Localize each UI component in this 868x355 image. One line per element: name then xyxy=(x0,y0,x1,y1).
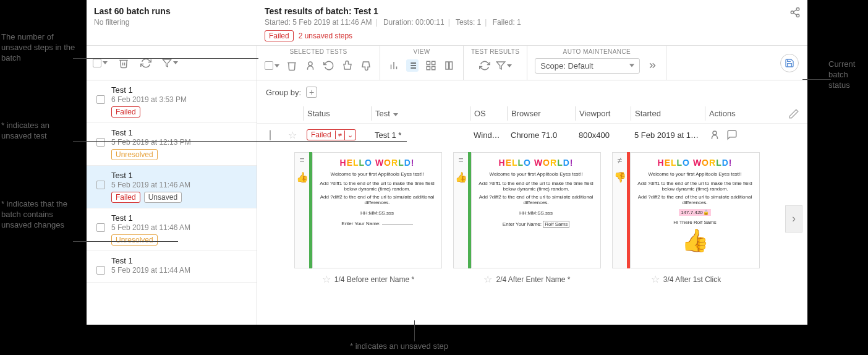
svg-rect-17 xyxy=(432,61,435,64)
step-thumbnails: =👍HELLO WORLD!Welcome to your first Appl… xyxy=(257,146,807,291)
col-actions: Actions xyxy=(705,106,760,121)
status-badge: Failed xyxy=(265,30,294,41)
batch-date: 6 Feb 2019 at 3:53 PM xyxy=(111,95,249,104)
col-started[interactable]: Started xyxy=(631,106,705,121)
row-os: Wind… xyxy=(470,130,507,140)
grid-view-icon[interactable] xyxy=(425,59,437,72)
row-viewport: 800x400 xyxy=(575,130,631,140)
batch-date: 5 Feb 2019 at 12:13 PM xyxy=(111,138,249,147)
svg-point-23 xyxy=(713,131,717,135)
svg-point-0 xyxy=(796,8,799,11)
assign-icon[interactable] xyxy=(304,59,317,72)
details-header: Test results of batch: Test 1 Started: 5… xyxy=(257,0,807,45)
star-icon[interactable]: ☆ xyxy=(651,273,660,285)
test-row[interactable]: ☆ Failed ≠ ⌄ Test 1 * Wind… Chrome 71.0 … xyxy=(257,124,807,146)
filter-icon[interactable] xyxy=(162,58,178,68)
step-thumbnail[interactable]: ≠👎HELLO WORLD!Welcome to your first Appl… xyxy=(612,152,760,285)
row-checkbox[interactable] xyxy=(270,130,271,140)
annotation-batch-status: Current batch status xyxy=(828,59,866,91)
diff-flag-icon: ≠ xyxy=(335,130,344,139)
step-thumbnail[interactable]: =👍HELLO WORLD!Welcome to your first Appl… xyxy=(453,152,601,285)
test-select-all[interactable] xyxy=(265,61,279,70)
apply-icon[interactable] xyxy=(646,59,658,72)
star-icon[interactable]: ☆ xyxy=(483,273,492,285)
batch-checkbox[interactable] xyxy=(96,181,105,189)
batch-name: Test 1 xyxy=(111,85,249,95)
svg-line-4 xyxy=(793,13,796,15)
star-icon[interactable]: ☆ xyxy=(288,130,297,140)
next-icon[interactable]: › xyxy=(785,205,802,233)
details-title: Test results of batch: Test 1 xyxy=(265,6,800,16)
batch-name: Test 1 xyxy=(111,128,249,137)
scope-select[interactable]: Scope: Default xyxy=(535,58,640,74)
batch-list[interactable]: Test 16 Feb 2019 at 3:53 PMFailedTest 15… xyxy=(87,80,257,325)
batch-checkbox[interactable] xyxy=(96,223,105,232)
badge-unresolved: Unresolved xyxy=(111,234,158,246)
batch-checkbox[interactable] xyxy=(96,95,105,104)
batch-item[interactable]: Test 15 Feb 2019 at 11:46 AMUnresolved xyxy=(87,208,257,251)
filter-results-icon[interactable] xyxy=(496,61,512,71)
batch-date: 5 Feb 2019 at 11:44 AM xyxy=(111,266,249,275)
section-selected-label: SELECTED TESTS xyxy=(289,48,347,55)
batch-name: Test 1 xyxy=(111,171,249,180)
annotation-step-unsaved: * indicates an unsaved step xyxy=(350,341,448,352)
col-browser[interactable]: Browser xyxy=(507,106,575,121)
status-pill[interactable]: Failed ≠ ⌄ xyxy=(307,129,356,140)
sidebar-filter: No filtering xyxy=(94,18,250,27)
chart-view-icon[interactable] xyxy=(388,59,400,72)
batch-name: Test 1 xyxy=(111,256,249,265)
batch-item[interactable]: Test 16 Feb 2019 at 3:53 PMFailed xyxy=(87,80,257,123)
chevron-down-icon: ⌄ xyxy=(344,130,355,140)
main-panel: Group by: + Status Test OS Browser Viewp… xyxy=(257,80,807,325)
assignee-icon[interactable] xyxy=(708,129,721,141)
badge-failed: Failed xyxy=(111,106,140,118)
batch-item[interactable]: Test 15 Feb 2019 at 11:46 AMFailedUnsave… xyxy=(87,166,257,208)
refresh-results-icon[interactable] xyxy=(479,59,491,72)
undo-icon[interactable] xyxy=(323,59,335,72)
batch-name: Test 1 xyxy=(111,213,249,223)
share-icon[interactable] xyxy=(789,6,801,19)
row-browser: Chrome 71.0 xyxy=(507,130,575,140)
list-view-icon[interactable] xyxy=(406,59,419,72)
batch-date: 5 Feb 2019 at 11:46 AM xyxy=(111,223,249,232)
batch-checkbox[interactable] xyxy=(96,266,105,275)
batch-item[interactable]: Test 15 Feb 2019 at 11:44 AM xyxy=(87,251,257,283)
thumb-caption: 1/4 Before enter Name * xyxy=(334,275,414,284)
add-group-icon[interactable]: + xyxy=(306,87,317,98)
badge-unresolved: Unresolved xyxy=(111,149,158,160)
batch-item[interactable]: Test 15 Feb 2019 at 12:13 PMUnresolved xyxy=(87,123,257,166)
batch-select-all[interactable] xyxy=(93,59,108,67)
delete-test-icon[interactable] xyxy=(286,59,298,72)
batch-checkbox[interactable] xyxy=(96,138,105,147)
svg-line-3 xyxy=(793,10,796,12)
refresh-icon[interactable] xyxy=(140,57,152,69)
annotation-batch-unsaved: * indicates that the batch contains unsa… xyxy=(1,199,82,231)
svg-rect-19 xyxy=(432,67,435,70)
sidebar-header: Last 60 batch runs No filtering xyxy=(87,0,257,45)
thumb-caption: 3/4 After 1st Click xyxy=(663,275,721,284)
batch-date: 5 Feb 2019 at 11:46 AM xyxy=(111,181,249,189)
group-by: Group by: + xyxy=(257,80,807,104)
col-test[interactable]: Test xyxy=(371,106,470,121)
star-icon[interactable]: ☆ xyxy=(322,273,331,285)
delete-icon[interactable] xyxy=(117,57,130,69)
step-thumbnail[interactable]: =👍HELLO WORLD!Welcome to your first Appl… xyxy=(294,152,442,285)
edit-columns-icon[interactable] xyxy=(788,108,800,120)
thumbs-down-icon[interactable] xyxy=(360,59,372,72)
row-test: Test 1 * xyxy=(371,130,470,140)
thumbs-up-icon[interactable] xyxy=(341,59,354,72)
comment-icon[interactable] xyxy=(726,129,738,141)
section-results-label: TEST RESULTS xyxy=(471,48,519,55)
svg-point-6 xyxy=(308,62,312,66)
header: Last 60 batch runs No filtering Test res… xyxy=(87,0,807,46)
section-auto-label: AUTO MAINTENANCE xyxy=(563,48,631,55)
details-meta: Started: 5 Feb 2019 at 11:46 AM| Duratio… xyxy=(265,18,800,27)
col-viewport[interactable]: Viewport xyxy=(575,106,631,121)
col-status[interactable]: Status xyxy=(303,106,371,121)
thumb-caption: 2/4 After Enter Name * xyxy=(496,275,570,284)
col-os[interactable]: OS xyxy=(470,106,507,121)
section-view-label: VIEW xyxy=(413,48,430,55)
save-button[interactable] xyxy=(780,54,799,72)
svg-rect-18 xyxy=(427,67,430,70)
steps-view-icon[interactable] xyxy=(443,59,456,72)
